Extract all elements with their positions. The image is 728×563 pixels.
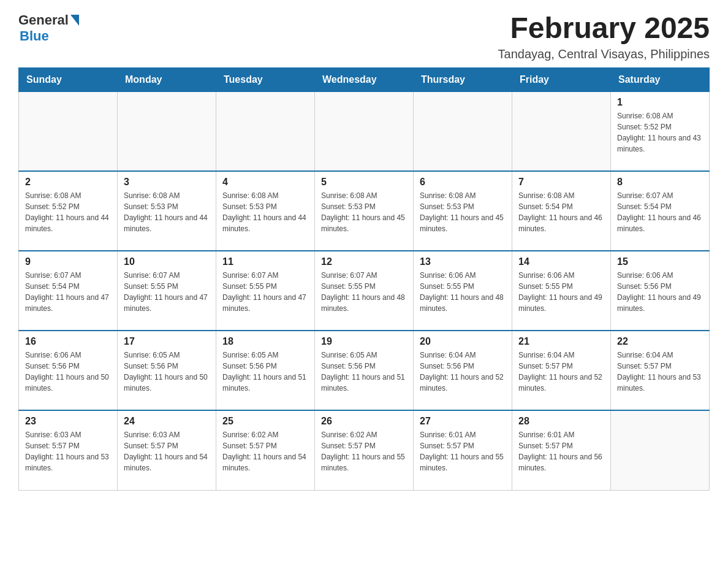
day-info: Sunrise: 6:08 AM Sunset: 5:53 PM Dayligh… [321,190,407,234]
day-number: 18 [222,336,308,347]
calendar-day-cell: 4Sunrise: 6:08 AM Sunset: 5:53 PM Daylig… [216,171,315,251]
day-info: Sunrise: 6:08 AM Sunset: 5:53 PM Dayligh… [420,190,506,234]
calendar-day-cell [315,91,414,171]
calendar-day-cell: 8Sunrise: 6:07 AM Sunset: 5:54 PM Daylig… [611,171,710,251]
day-info: Sunrise: 6:03 AM Sunset: 5:57 PM Dayligh… [25,429,111,473]
calendar-day-cell: 10Sunrise: 6:07 AM Sunset: 5:55 PM Dayli… [118,251,216,331]
calendar-week-row: 2Sunrise: 6:08 AM Sunset: 5:52 PM Daylig… [19,171,710,251]
calendar-day-cell: 18Sunrise: 6:05 AM Sunset: 5:56 PM Dayli… [216,331,315,410]
day-number: 2 [25,177,111,188]
weekday-header-sunday: Sunday [19,67,118,91]
day-info: Sunrise: 6:07 AM Sunset: 5:55 PM Dayligh… [124,270,210,314]
weekday-header-saturday: Saturday [611,67,710,91]
day-number: 9 [25,256,111,267]
calendar-day-cell: 1Sunrise: 6:08 AM Sunset: 5:52 PM Daylig… [611,91,710,171]
day-number: 25 [222,416,308,427]
day-info: Sunrise: 6:05 AM Sunset: 5:56 PM Dayligh… [124,350,210,394]
day-info: Sunrise: 6:06 AM Sunset: 5:55 PM Dayligh… [420,270,506,314]
day-number: 3 [124,177,210,188]
calendar-day-cell: 19Sunrise: 6:05 AM Sunset: 5:56 PM Dayli… [315,331,414,410]
calendar-day-cell: 17Sunrise: 6:05 AM Sunset: 5:56 PM Dayli… [118,331,216,410]
calendar-day-cell: 11Sunrise: 6:07 AM Sunset: 5:55 PM Dayli… [216,251,315,331]
day-number: 26 [321,416,407,427]
day-info: Sunrise: 6:08 AM Sunset: 5:53 PM Dayligh… [222,190,308,234]
calendar-day-cell: 3Sunrise: 6:08 AM Sunset: 5:53 PM Daylig… [118,171,216,251]
title-block: February 2025 Tandayag, Central Visayas,… [498,12,710,61]
day-number: 12 [321,256,407,267]
weekday-header-monday: Monday [118,67,216,91]
weekday-header-tuesday: Tuesday [216,67,315,91]
calendar-week-row: 16Sunrise: 6:06 AM Sunset: 5:56 PM Dayli… [19,331,710,410]
calendar-day-cell: 27Sunrise: 6:01 AM Sunset: 5:57 PM Dayli… [414,410,512,490]
day-number: 21 [518,336,604,347]
weekday-header-row: SundayMondayTuesdayWednesdayThursdayFrid… [19,67,710,91]
calendar-day-cell: 22Sunrise: 6:04 AM Sunset: 5:57 PM Dayli… [611,331,710,410]
weekday-header-thursday: Thursday [414,67,512,91]
calendar-day-cell: 6Sunrise: 6:08 AM Sunset: 5:53 PM Daylig… [414,171,512,251]
calendar-day-cell [414,91,512,171]
day-info: Sunrise: 6:04 AM Sunset: 5:57 PM Dayligh… [518,350,604,394]
logo: General Blue [18,12,79,44]
calendar-day-cell: 26Sunrise: 6:02 AM Sunset: 5:57 PM Dayli… [315,410,414,490]
calendar-day-cell: 24Sunrise: 6:03 AM Sunset: 5:57 PM Dayli… [118,410,216,490]
calendar-day-cell: 13Sunrise: 6:06 AM Sunset: 5:55 PM Dayli… [414,251,512,331]
day-info: Sunrise: 6:02 AM Sunset: 5:57 PM Dayligh… [321,429,407,473]
day-number: 15 [617,256,703,267]
day-number: 16 [25,336,111,347]
calendar-day-cell [611,410,710,490]
page-header: General Blue February 2025 Tandayag, Cen… [18,12,710,61]
calendar-subtitle: Tandayag, Central Visayas, Philippines [498,47,710,61]
day-number: 23 [25,416,111,427]
day-number: 7 [518,177,604,188]
day-info: Sunrise: 6:04 AM Sunset: 5:56 PM Dayligh… [420,350,506,394]
day-number: 22 [617,336,703,347]
calendar-day-cell: 15Sunrise: 6:06 AM Sunset: 5:56 PM Dayli… [611,251,710,331]
day-info: Sunrise: 6:04 AM Sunset: 5:57 PM Dayligh… [617,350,703,394]
day-info: Sunrise: 6:06 AM Sunset: 5:56 PM Dayligh… [25,350,111,394]
day-info: Sunrise: 6:07 AM Sunset: 5:55 PM Dayligh… [222,270,308,314]
calendar-day-cell: 20Sunrise: 6:04 AM Sunset: 5:56 PM Dayli… [414,331,512,410]
logo-blue-text: Blue [20,28,49,44]
calendar-title: February 2025 [498,12,710,45]
calendar-day-cell: 12Sunrise: 6:07 AM Sunset: 5:55 PM Dayli… [315,251,414,331]
logo-arrow-icon [70,15,79,26]
day-info: Sunrise: 6:08 AM Sunset: 5:54 PM Dayligh… [518,190,604,234]
day-info: Sunrise: 6:03 AM Sunset: 5:57 PM Dayligh… [124,429,210,473]
day-number: 13 [420,256,506,267]
calendar-day-cell: 25Sunrise: 6:02 AM Sunset: 5:57 PM Dayli… [216,410,315,490]
day-info: Sunrise: 6:08 AM Sunset: 5:53 PM Dayligh… [124,190,210,234]
day-number: 8 [617,177,703,188]
calendar-day-cell [512,91,611,171]
day-number: 5 [321,177,407,188]
day-info: Sunrise: 6:05 AM Sunset: 5:56 PM Dayligh… [321,350,407,394]
day-number: 10 [124,256,210,267]
calendar-week-row: 9Sunrise: 6:07 AM Sunset: 5:54 PM Daylig… [19,251,710,331]
day-number: 20 [420,336,506,347]
day-info: Sunrise: 6:07 AM Sunset: 5:54 PM Dayligh… [25,270,111,314]
day-number: 4 [222,177,308,188]
day-info: Sunrise: 6:07 AM Sunset: 5:55 PM Dayligh… [321,270,407,314]
logo-general-text: General [18,12,69,28]
calendar-day-cell [118,91,216,171]
calendar-week-row: 23Sunrise: 6:03 AM Sunset: 5:57 PM Dayli… [19,410,710,490]
calendar-day-cell: 9Sunrise: 6:07 AM Sunset: 5:54 PM Daylig… [19,251,118,331]
day-info: Sunrise: 6:01 AM Sunset: 5:57 PM Dayligh… [420,429,506,473]
calendar-day-cell: 2Sunrise: 6:08 AM Sunset: 5:52 PM Daylig… [19,171,118,251]
weekday-header-friday: Friday [512,67,611,91]
day-info: Sunrise: 6:01 AM Sunset: 5:57 PM Dayligh… [518,429,604,473]
day-info: Sunrise: 6:06 AM Sunset: 5:56 PM Dayligh… [617,270,703,314]
calendar-week-row: 1Sunrise: 6:08 AM Sunset: 5:52 PM Daylig… [19,91,710,171]
day-info: Sunrise: 6:07 AM Sunset: 5:54 PM Dayligh… [617,190,703,234]
weekday-header-wednesday: Wednesday [315,67,414,91]
day-number: 19 [321,336,407,347]
day-number: 6 [420,177,506,188]
calendar-day-cell: 16Sunrise: 6:06 AM Sunset: 5:56 PM Dayli… [19,331,118,410]
day-number: 14 [518,256,604,267]
calendar-day-cell: 28Sunrise: 6:01 AM Sunset: 5:57 PM Dayli… [512,410,611,490]
day-number: 17 [124,336,210,347]
calendar-day-cell: 7Sunrise: 6:08 AM Sunset: 5:54 PM Daylig… [512,171,611,251]
day-number: 1 [617,97,703,108]
day-number: 11 [222,256,308,267]
calendar-day-cell: 5Sunrise: 6:08 AM Sunset: 5:53 PM Daylig… [315,171,414,251]
day-number: 24 [124,416,210,427]
